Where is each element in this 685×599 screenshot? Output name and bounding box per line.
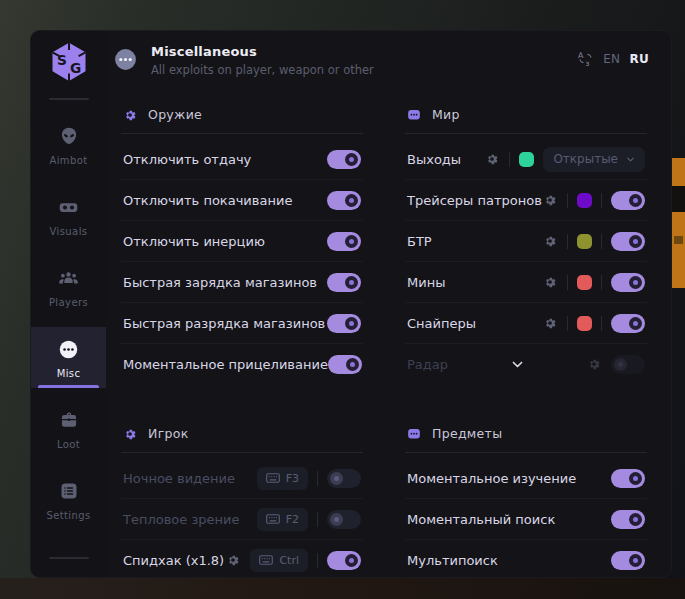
row-controls: [543, 314, 645, 333]
lang-ru-button[interactable]: RU: [629, 52, 649, 66]
row-controls: [327, 273, 361, 292]
feature-row: Отключить отдачу: [121, 139, 363, 179]
feature-row: Отключить инерцию: [121, 220, 363, 261]
feature-label: Быстрая зарядка магазинов: [123, 275, 317, 290]
toggle-switch[interactable]: [327, 232, 361, 251]
feature-row: Моментальный поиск: [405, 498, 647, 539]
toggle-switch[interactable]: [611, 191, 645, 210]
section-rows: ВыходыОткрытыеТрейсеры патроновБТРМиныСн…: [405, 134, 647, 384]
row-controls: [327, 191, 361, 210]
gear-icon[interactable]: [543, 316, 558, 331]
section-rows: Моментальное изучениеМоментальный поискМ…: [405, 453, 647, 578]
feature-row: Моментальное изучение: [405, 458, 647, 498]
sidebar-item-loot[interactable]: Loot: [31, 398, 106, 459]
color-swatch[interactable]: [577, 193, 592, 208]
toggle-switch[interactable]: [327, 469, 361, 488]
color-swatch[interactable]: [577, 234, 592, 249]
feature-label: Отключить инерцию: [123, 234, 265, 249]
sidebar-item-misc[interactable]: Misc: [31, 327, 106, 388]
feature-label: Мины: [407, 275, 445, 290]
chevron-down-icon[interactable]: [511, 358, 524, 371]
sidebar-item-players[interactable]: Players: [31, 256, 106, 317]
toggle-switch[interactable]: [327, 314, 361, 333]
toggle-switch[interactable]: [611, 232, 645, 251]
toggle-switch[interactable]: [327, 150, 361, 169]
row-controls: [327, 232, 361, 251]
keybind-badge[interactable]: F2: [257, 508, 308, 531]
lang-en-button[interactable]: EN: [603, 52, 620, 66]
row-controls: F2: [257, 508, 361, 531]
toggle-knob: [629, 472, 642, 485]
feature-row: Моментальное прицеливание: [121, 343, 363, 384]
keyboard-icon: [259, 555, 273, 565]
section-rows: Отключить отдачуОтключить покачиваниеОтк…: [121, 134, 363, 384]
feature-label: Трейсеры патронов: [407, 193, 542, 208]
row-controls: [611, 510, 645, 529]
toggle-switch[interactable]: [611, 273, 645, 292]
toggle-switch[interactable]: [611, 551, 645, 570]
section-world: МирВыходыОткрытыеТрейсеры патроновБТРМин…: [405, 101, 647, 384]
control-separator: [317, 471, 318, 486]
gear-icon[interactable]: [543, 275, 558, 290]
toggle-knob: [345, 235, 358, 248]
feature-label: Радар: [407, 357, 448, 372]
ellipsis-circle-icon: [58, 338, 80, 360]
toggle-switch[interactable]: [328, 355, 362, 374]
toggle-knob: [629, 513, 642, 526]
toggle-knob: [345, 194, 358, 207]
toggle-knob: [614, 358, 627, 371]
gear-icon[interactable]: [543, 193, 558, 208]
gear-icon[interactable]: [587, 357, 602, 372]
keybind-badge[interactable]: Ctrl: [250, 549, 308, 572]
keybind-label: F2: [286, 513, 299, 526]
sidebar-divider: [49, 98, 89, 100]
briefcase-icon: [58, 409, 80, 431]
section-header: Оружие: [121, 101, 363, 122]
section-header: Предметы: [405, 420, 647, 441]
sidebar-item-label: Loot: [57, 439, 80, 450]
color-swatch[interactable]: [577, 275, 592, 290]
keyboard-icon: [266, 514, 280, 524]
toggle-knob: [346, 358, 359, 371]
sidebar-item-visuals[interactable]: Visuals: [31, 185, 106, 246]
section-player: ИгрокНочное видениеF3Тепловое зрениеF2Сп…: [121, 420, 363, 578]
dots-bubble-icon: [407, 427, 421, 441]
color-swatch[interactable]: [577, 316, 592, 331]
color-swatch[interactable]: [519, 152, 534, 167]
section-rows: Ночное видениеF3Тепловое зрениеF2Спидхак…: [121, 453, 363, 578]
keybind-label: F3: [286, 472, 299, 485]
translate-icon: A з: [577, 50, 594, 67]
toggle-switch[interactable]: [611, 314, 645, 333]
sidebar-item-label: Players: [49, 297, 88, 308]
dropdown-select[interactable]: Открытые: [543, 147, 645, 172]
svg-text:S: S: [57, 52, 67, 68]
feature-label: Снайперы: [407, 316, 476, 331]
section-title: Мир: [432, 107, 460, 122]
gear-icon[interactable]: [226, 553, 241, 568]
sidebar-item-label: Settings: [46, 510, 90, 521]
toggle-switch[interactable]: [327, 551, 361, 570]
players-icon: [58, 267, 80, 289]
feature-row: Спидхак (x1.8)Ctrl: [121, 539, 363, 578]
toggle-switch[interactable]: [611, 355, 645, 374]
gear-icon[interactable]: [485, 152, 500, 167]
sg-cube-logo: S G: [47, 40, 91, 84]
sidebar-item-aimbot[interactable]: Aimbot: [31, 114, 106, 175]
sidebar-item-label: Visuals: [50, 226, 88, 237]
feature-label: Моментальное изучение: [407, 471, 576, 486]
gear-icon[interactable]: [543, 234, 558, 249]
toggle-knob: [629, 276, 642, 289]
sidebar-item-settings[interactable]: Settings: [31, 469, 106, 530]
toggle-switch[interactable]: [327, 191, 361, 210]
toggle-switch[interactable]: [611, 469, 645, 488]
svg-text:G: G: [69, 60, 80, 76]
toggle-switch[interactable]: [327, 510, 361, 529]
column-left: ОружиеОтключить отдачуОтключить покачива…: [121, 101, 363, 577]
toggle-switch[interactable]: [611, 510, 645, 529]
toggle-knob: [345, 317, 358, 330]
column-right: МирВыходыОткрытыеТрейсеры патроновБТРМин…: [405, 101, 647, 577]
keybind-badge[interactable]: F3: [257, 467, 308, 490]
toggle-switch[interactable]: [327, 273, 361, 292]
section-title: Оружие: [148, 107, 202, 122]
chevron-down-icon: [626, 155, 635, 164]
